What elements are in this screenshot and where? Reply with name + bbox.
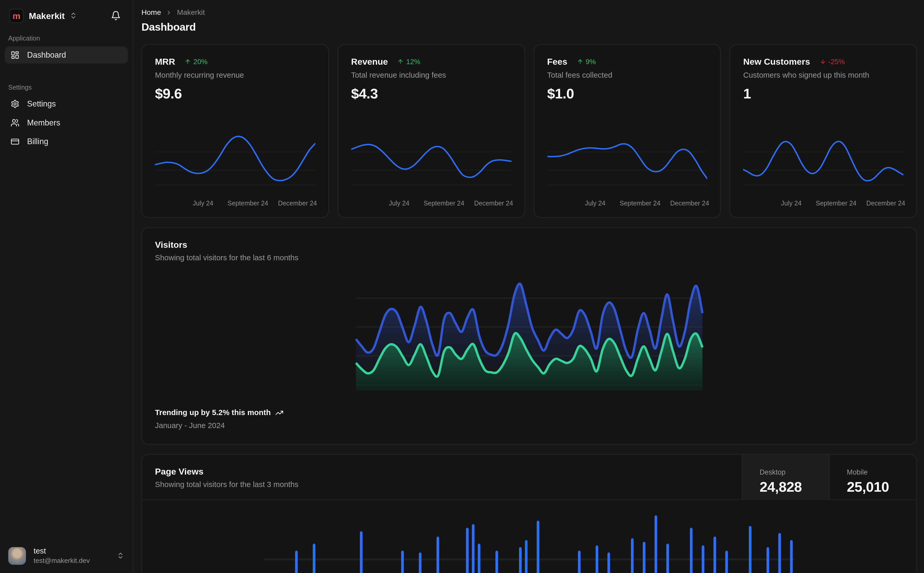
layout-dashboard-icon <box>11 51 19 59</box>
stat-card-fees: Fees 9% Total fees collected $1.0 July 2… <box>533 44 721 218</box>
x-tick: December 24 <box>474 200 513 207</box>
x-tick: September 24 <box>816 200 857 207</box>
stat-subtitle: Total fees collected <box>547 70 707 80</box>
sidebar-item-settings[interactable]: Settings <box>5 96 128 113</box>
toggle-desktop[interactable]: Desktop 24,828 <box>742 454 829 499</box>
x-axis-labels: July 24 September 24 December 24 <box>155 200 315 209</box>
credit-card-icon <box>11 137 19 146</box>
visitors-footer: Trending up by 5.2% this month January -… <box>155 408 903 430</box>
stat-card-mrr: MRR 20% Monthly recurring revenue $9.6 J… <box>141 44 328 218</box>
sparkline-chart: July 24 September 24 December 24 <box>547 121 707 209</box>
stat-subtitle: Total revenue including fees <box>351 70 511 80</box>
visitors-area-chart <box>155 275 903 390</box>
user-menu[interactable]: test test@makerkit.dev <box>5 541 128 573</box>
nav-section-settings: Settings <box>8 84 124 91</box>
toggle-mobile[interactable]: Mobile 25,010 <box>829 454 916 499</box>
user-meta: test test@makerkit.dev <box>33 547 90 565</box>
arrow-down-icon <box>819 58 826 65</box>
gear-icon <box>11 100 19 108</box>
x-tick: September 24 <box>227 200 268 207</box>
makerkit-logo: m <box>9 9 24 23</box>
logo-letter: m <box>13 11 20 20</box>
x-tick: December 24 <box>866 200 905 207</box>
main-content: Home Makerkit Dashboard MRR 20% Monthly … <box>133 0 924 573</box>
stat-subtitle: Monthly recurring revenue <box>155 70 315 80</box>
stat-card-new-customers: New Customers -25% Customers who signed … <box>729 44 917 218</box>
sidebar-item-label: Dashboard <box>27 51 66 59</box>
new-customers-sparkline <box>744 121 904 196</box>
page-views-bar-chart <box>155 515 903 573</box>
x-tick: July 24 <box>193 200 213 207</box>
trend-value: -25% <box>828 57 845 66</box>
users-icon <box>11 119 19 127</box>
toggle-desktop-label: Desktop <box>759 468 829 476</box>
revenue-sparkline <box>351 121 511 196</box>
stat-value: $1.0 <box>547 85 707 102</box>
trend-value: 12% <box>406 57 420 66</box>
chevron-right-icon <box>166 9 172 16</box>
page-views-title: Page Views <box>155 467 729 477</box>
x-axis-labels: July 24 September 24 December 24 <box>351 200 511 209</box>
sparkline-chart: July 24 September 24 December 24 <box>155 121 315 209</box>
sidebar-item-members[interactable]: Members <box>5 114 128 132</box>
visitors-date-range: January - June 2024 <box>155 421 903 430</box>
chevrons-up-down-icon <box>117 552 124 559</box>
arrow-up-icon <box>185 58 191 65</box>
sidebar-item-dashboard[interactable]: Dashboard <box>5 47 128 64</box>
avatar <box>8 547 26 565</box>
visitors-title: Visitors <box>155 240 903 250</box>
x-axis-labels: July 24 September 24 December 24 <box>744 200 904 209</box>
x-tick: July 24 <box>781 200 802 207</box>
trend-badge: 12% <box>397 57 420 66</box>
visitors-card: Visitors Showing total visitors for the … <box>141 227 917 445</box>
trend-value: 9% <box>585 57 596 66</box>
arrow-up-icon <box>397 58 404 65</box>
trending-up-icon <box>276 408 284 416</box>
x-tick: September 24 <box>620 200 660 207</box>
sidebar-item-billing[interactable]: Billing <box>5 133 128 150</box>
x-tick: September 24 <box>424 200 464 207</box>
x-tick: July 24 <box>389 200 409 207</box>
sidebar-item-label: Billing <box>27 137 49 146</box>
sidebar: m Makerkit Application Dashboard <box>0 0 133 573</box>
stat-title: Fees <box>547 56 567 67</box>
stat-title: MRR <box>155 56 175 67</box>
sidebar-item-label: Members <box>27 119 60 127</box>
trend-badge: 20% <box>185 57 207 66</box>
stat-card-grid: MRR 20% Monthly recurring revenue $9.6 J… <box>141 44 917 218</box>
sparkline-chart: July 24 September 24 December 24 <box>351 121 511 209</box>
arrow-up-icon <box>577 58 583 65</box>
x-tick: December 24 <box>670 200 709 207</box>
mrr-sparkline <box>155 121 315 196</box>
stat-subtitle: Customers who signed up this month <box>744 70 904 80</box>
stat-card-revenue: Revenue 12% Total revenue including fees… <box>337 44 525 218</box>
user-name: test <box>33 547 90 556</box>
page-title: Dashboard <box>141 21 917 34</box>
notifications-button[interactable] <box>108 8 123 23</box>
x-tick: July 24 <box>585 200 606 207</box>
nav-section-application: Application <box>8 35 124 42</box>
workspace-selector[interactable]: Makerkit <box>29 11 77 21</box>
page-views-subtitle: Showing total visitors for the last 3 mo… <box>155 480 729 489</box>
stat-title: New Customers <box>744 56 810 67</box>
x-tick: December 24 <box>278 200 317 207</box>
visitors-trend-text: Trending up by 5.2% this month <box>155 408 271 417</box>
visitors-subtitle: Showing total visitors for the last 6 mo… <box>155 253 903 262</box>
app-root: m Makerkit Application Dashboard <box>0 0 924 573</box>
sidebar-nav: Application Dashboard Settings Settings … <box>5 27 128 541</box>
toggle-mobile-value: 25,010 <box>847 479 916 495</box>
sidebar-item-label: Settings <box>27 100 56 108</box>
trend-badge: 9% <box>577 57 596 66</box>
workspace-name: Makerkit <box>29 11 65 21</box>
breadcrumb-home[interactable]: Home <box>141 8 161 17</box>
page-views-header: Page Views Showing total visitors for th… <box>142 454 916 500</box>
page-views-card: Page Views Showing total visitors for th… <box>141 454 917 573</box>
user-email: test@makerkit.dev <box>33 556 90 565</box>
trend-badge: -25% <box>819 57 845 66</box>
fees-sparkline <box>547 121 707 196</box>
bell-icon <box>111 11 121 21</box>
breadcrumb: Home Makerkit <box>141 8 917 17</box>
sparkline-chart: July 24 September 24 December 24 <box>744 121 904 209</box>
trend-value: 20% <box>193 57 207 66</box>
toggle-desktop-value: 24,828 <box>759 479 829 495</box>
